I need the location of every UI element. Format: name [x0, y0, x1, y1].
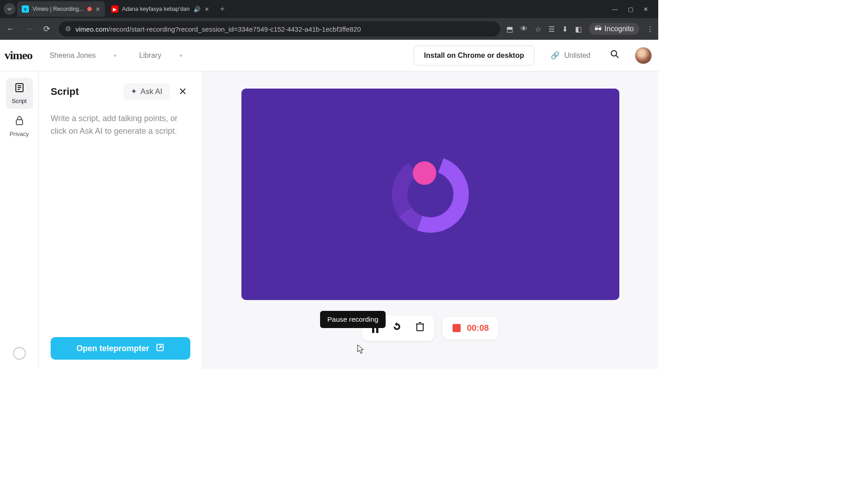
browser-tab-vimeo[interactable]: v Vimeo | Recording... ✕ [17, 1, 105, 17]
recording-timer: 00:08 [443, 317, 499, 339]
toolbar-actions: ⬒ 👁 ☆ ☰ ⬇ ◧ 🕶 Incognito ⋮ [506, 23, 654, 35]
left-rail: Script Privacy [0, 71, 39, 369]
rail-item-script[interactable]: Script [6, 78, 33, 109]
maximize-button[interactable]: ▢ [628, 6, 633, 13]
url-text: vimeo.com/record/start-recording?record_… [75, 25, 361, 33]
app-header: vimeo Sheena Jones ▾ Library ▾ Install o… [0, 40, 658, 71]
rail-label: Script [12, 98, 27, 104]
folder-dropdown[interactable]: Library ▾ [134, 48, 188, 63]
downloads-icon[interactable]: ⬇ [562, 25, 568, 33]
mouse-cursor-icon [357, 344, 365, 354]
user-dropdown[interactable]: Sheena Jones ▾ [44, 48, 122, 63]
user-dropdown-label: Sheena Jones [49, 52, 95, 60]
recording-indicator-icon [87, 7, 92, 11]
vimeo-logo[interactable]: vimeo [5, 49, 32, 62]
svg-line-1 [616, 56, 618, 58]
eye-off-icon[interactable]: 👁 [520, 25, 528, 33]
svg-point-0 [611, 51, 617, 56]
app-body: Script Privacy Script ✦ Ask AI ✕ Write a… [0, 71, 658, 369]
svg-rect-8 [417, 324, 423, 331]
reload-button[interactable]: ⟳ [41, 24, 52, 34]
script-panel: Script ✦ Ask AI ✕ Write a script, add ta… [39, 71, 203, 369]
delete-recording-button[interactable] [415, 322, 425, 334]
record-indicator-icon [453, 324, 461, 332]
tab-bar: v Vimeo | Recording... ✕ ▶ Adana keyfasy… [0, 0, 658, 18]
browser-chrome: v Vimeo | Recording... ✕ ▶ Adana keyfasy… [0, 0, 658, 40]
script-icon [14, 82, 25, 96]
svg-rect-6 [16, 120, 23, 125]
browser-tab-youtube[interactable]: ▶ Adana keyfasya kebap'dan 🔊 ✕ [107, 1, 214, 17]
install-page-icon[interactable]: ⬒ [506, 25, 513, 33]
rail-item-privacy[interactable]: Privacy [6, 111, 33, 142]
open-teleprompter-button[interactable]: Open teleprompter [51, 337, 190, 360]
youtube-favicon: ▶ [111, 5, 118, 13]
browser-toolbar: ← → ⟳ ⚙ vimeo.com/record/start-recording… [0, 18, 658, 40]
user-avatar[interactable] [635, 47, 652, 64]
close-window-button[interactable]: ✕ [643, 6, 648, 13]
close-tab-icon[interactable]: ✕ [95, 6, 100, 13]
incognito-icon: 🕶 [594, 25, 602, 33]
install-button[interactable]: Install on Chrome or desktop [414, 46, 534, 66]
recording-stage: Pause recording 00:08 [203, 71, 658, 369]
address-bar[interactable]: ⚙ vimeo.com/record/start-recording?recor… [59, 21, 500, 37]
forward-button: → [23, 24, 34, 34]
close-tab-icon[interactable]: ✕ [204, 6, 209, 13]
external-link-icon [156, 343, 165, 354]
teleprompter-label: Open teleprompter [76, 344, 149, 353]
rail-footer-icon[interactable] [13, 347, 26, 360]
reading-list-icon[interactable]: ☰ [548, 25, 555, 33]
visibility-toggle[interactable]: 🔗 Unlisted [546, 51, 595, 60]
sparkle-icon: ✦ [131, 87, 137, 96]
site-info-icon[interactable]: ⚙ [65, 25, 71, 33]
video-preview [241, 89, 619, 300]
new-tab-button[interactable]: + [216, 5, 230, 14]
trash-icon [415, 322, 425, 332]
timer-value: 00:08 [467, 323, 489, 333]
chevron-down-icon: ▾ [114, 52, 117, 59]
panel-header: Script ✦ Ask AI ✕ [51, 83, 190, 100]
search-icon [610, 50, 619, 59]
browser-menu-icon[interactable]: ⋮ [646, 25, 654, 33]
restart-recording-button[interactable] [392, 322, 402, 334]
window-controls: — ▢ ✕ [612, 6, 655, 13]
chevron-down-icon: ▾ [179, 52, 182, 59]
restart-icon [392, 322, 402, 332]
tab-search-dropdown[interactable] [4, 3, 15, 15]
pause-tooltip: Pause recording [320, 311, 386, 328]
chevron-down-icon [7, 6, 12, 12]
ask-ai-button[interactable]: ✦ Ask AI [123, 83, 170, 100]
visibility-label: Unlisted [564, 52, 590, 60]
side-panel-icon[interactable]: ◧ [575, 25, 582, 33]
tab-title: Adana keyfasya kebap'dan [122, 6, 190, 12]
ask-ai-label: Ask AI [141, 87, 162, 96]
search-button[interactable] [607, 50, 623, 61]
link-off-icon: 🔗 [551, 51, 560, 60]
script-placeholder[interactable]: Write a script, add talking points, or c… [51, 113, 190, 138]
loading-spinner-icon [392, 156, 469, 233]
back-button[interactable]: ← [5, 24, 16, 34]
minimize-button[interactable]: — [612, 6, 618, 13]
folder-dropdown-label: Library [139, 52, 161, 60]
panel-title: Script [51, 86, 79, 98]
audio-playing-icon[interactable]: 🔊 [193, 6, 201, 13]
vimeo-favicon: v [22, 5, 29, 13]
incognito-label: Incognito [604, 25, 634, 33]
tab-title: Vimeo | Recording... [33, 6, 84, 12]
bookmark-icon[interactable]: ☆ [535, 25, 541, 33]
incognito-badge[interactable]: 🕶 Incognito [589, 23, 639, 35]
close-panel-button[interactable]: ✕ [175, 84, 190, 99]
rail-label: Privacy [9, 131, 29, 137]
lock-icon [14, 115, 25, 129]
